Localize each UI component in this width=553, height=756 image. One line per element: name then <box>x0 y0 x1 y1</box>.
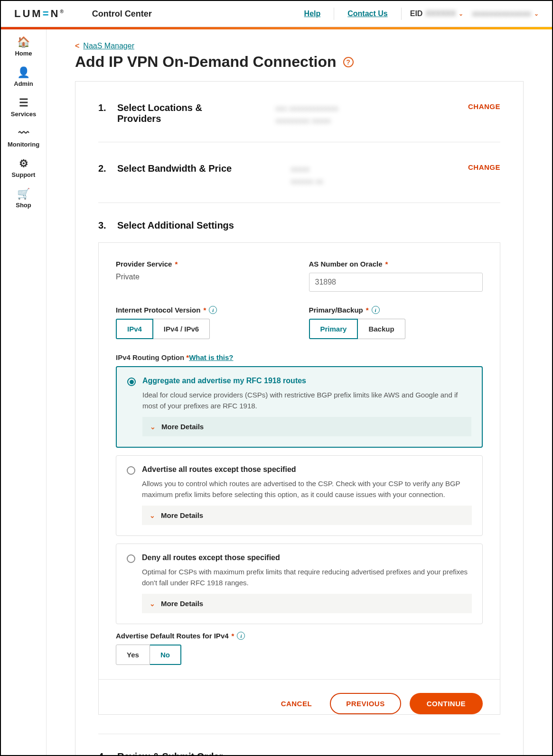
routing-title: Advertise all routes except those specif… <box>142 465 296 474</box>
top-bar: LUM=N® Control Center Help Contact Us EI… <box>1 1 552 27</box>
chevron-down-icon: ⌄ <box>150 512 155 519</box>
step2-summary: xxxxxxxxxxx xx <box>291 163 323 187</box>
nav-label: Monitoring <box>1 141 46 148</box>
user-icon: 👤 <box>1 66 46 79</box>
radio-icon[interactable] <box>127 378 136 386</box>
step1-summary: xxx xxxxxxxxxxxxxxxxxxxxxx xxxxx <box>275 102 338 127</box>
routing-title: Deny all routes except those specified <box>142 553 280 562</box>
step-3-header: 3. Select Additional Settings <box>98 203 500 231</box>
chevron-down-icon: ⌄ <box>534 10 539 17</box>
as-number-input[interactable] <box>309 273 483 292</box>
nav-label: Services <box>1 111 46 118</box>
step-number: 3. <box>98 220 117 231</box>
step-number: 4. <box>98 751 117 755</box>
step-number: 2. <box>98 163 117 174</box>
ipv-toggle: IPv4 IPv4 / IPv6 <box>116 319 290 339</box>
main-content: < NaaS Manager Add IP VPN On-Demand Conn… <box>47 29 552 755</box>
adv-no-button[interactable]: No <box>150 645 181 665</box>
wizard-panel: 1. Select Locations & Providers xxx xxxx… <box>75 81 524 755</box>
primary-backup-field: Primary/Backup * i Primary Backup <box>309 306 483 339</box>
advertise-default-field: Advertise Default Routes for IPv4 * i Ye… <box>116 632 483 665</box>
step-2-row: 2. Select Bandwidth & Price xxxxxxxxxxx … <box>98 142 500 203</box>
sidebar: 🏠Home 👤Admin ☰Services 〰Monitoring ⚙Supp… <box>1 29 47 755</box>
required-marker: * <box>203 306 206 314</box>
ipv-field: Internet Protocol Version * i IPv4 IPv4 … <box>116 306 290 339</box>
provider-service-value: Private <box>116 273 290 281</box>
continue-button[interactable]: CONTINUE <box>410 693 483 714</box>
support-icon: ⚙ <box>1 157 46 170</box>
advertise-default-toggle: Yes No <box>116 645 483 665</box>
divider <box>334 8 334 20</box>
contact-link[interactable]: Contact Us <box>343 9 392 18</box>
page-title: Add IP VPN On-Demand Connection ? <box>75 53 524 71</box>
ipv4-button[interactable]: IPv4 <box>116 319 153 339</box>
required-marker: * <box>366 306 369 314</box>
step-1-row: 1. Select Locations & Providers xxx xxxx… <box>98 82 500 142</box>
nav-support[interactable]: ⚙Support <box>1 157 46 178</box>
home-icon: 🏠 <box>1 36 46 48</box>
account-value: xxxxxxxxxxxxxx <box>472 9 531 18</box>
required-marker: * <box>232 632 234 640</box>
nav-admin[interactable]: 👤Admin <box>1 66 46 87</box>
nav-monitoring[interactable]: 〰Monitoring <box>1 127 46 148</box>
chevron-down-icon: ⌄ <box>150 600 155 608</box>
step-title: Select Locations & Providers <box>117 102 247 124</box>
ipv4-ipv6-button[interactable]: IPv4 / IPv6 <box>153 319 210 339</box>
backup-button[interactable]: Backup <box>358 319 405 339</box>
routing-option-aggregate[interactable]: Aggregate and advertise my RFC 1918 rout… <box>116 366 483 448</box>
chevron-down-icon: ⌄ <box>150 423 156 431</box>
breadcrumb-link[interactable]: NaaS Manager <box>83 42 134 50</box>
previous-button[interactable]: PREVIOUS <box>330 693 401 714</box>
routing-desc: Ideal for cloud service providers (CSPs)… <box>142 390 471 411</box>
chevron-down-icon: ⌄ <box>459 10 463 17</box>
primary-backup-toggle: Primary Backup <box>309 319 483 339</box>
cancel-button[interactable]: CANCEL <box>272 693 322 714</box>
adv-yes-button[interactable]: Yes <box>116 645 150 665</box>
routing-option-label: IPv4 Routing Option *What is this? <box>116 353 483 361</box>
change-link-step2[interactable]: CHANGE <box>468 163 500 171</box>
routing-option-deny-except[interactable]: Deny all routes except those specified O… <box>116 544 483 624</box>
what-is-this-link[interactable]: What is this? <box>189 353 233 361</box>
breadcrumb: < NaaS Manager <box>75 42 524 50</box>
more-details-toggle[interactable]: ⌄More Details <box>142 417 471 436</box>
as-number-field: AS Number on Oracle * <box>309 260 483 292</box>
list-icon: ☰ <box>1 97 46 109</box>
required-marker: * <box>385 260 388 268</box>
step-title: Select Bandwidth & Price <box>117 163 262 174</box>
radio-icon[interactable] <box>127 466 135 475</box>
change-link-step1[interactable]: CHANGE <box>468 102 500 111</box>
cart-icon: 🛒 <box>1 188 46 200</box>
nav-label: Support <box>1 171 46 178</box>
routing-option-advertise-except[interactable]: Advertise all routes except those specif… <box>116 455 483 536</box>
footer-buttons: CANCEL PREVIOUS CONTINUE <box>99 679 500 714</box>
account-dropdown[interactable]: xxxxxxxxxxxxxx ⌄ <box>472 9 539 18</box>
step-4-row: 4. Review & Submit Order <box>98 734 500 755</box>
app-title: Control Center <box>92 9 152 19</box>
radio-icon[interactable] <box>127 554 135 563</box>
eid-label: EID <box>410 9 423 18</box>
step-title: Review & Submit Order <box>117 751 223 755</box>
step-title: Select Additional Settings <box>117 220 234 231</box>
info-icon[interactable]: i <box>209 306 217 314</box>
more-details-toggle[interactable]: ⌄More Details <box>142 506 472 525</box>
more-details-toggle[interactable]: ⌄More Details <box>142 594 472 613</box>
eid-dropdown[interactable]: EID XXXXXX ⌄ <box>410 9 464 18</box>
step-number: 1. <box>98 102 117 113</box>
provider-service-field: Provider Service * Private <box>116 260 290 292</box>
nav-label: Home <box>1 50 46 57</box>
info-icon[interactable]: i <box>372 306 380 314</box>
logo: LUM=N® <box>14 8 64 20</box>
routing-desc: Optimal for CSPs with maximum prefix lim… <box>142 567 472 588</box>
help-icon[interactable]: ? <box>343 57 354 67</box>
nav-services[interactable]: ☰Services <box>1 97 46 118</box>
nav-label: Shop <box>1 202 46 209</box>
nav-shop[interactable]: 🛒Shop <box>1 188 46 209</box>
help-link[interactable]: Help <box>300 9 326 18</box>
routing-desc: Allows you to control which routes are a… <box>142 479 472 500</box>
chevron-left-icon: < <box>75 42 79 50</box>
info-icon[interactable]: i <box>237 632 245 640</box>
primary-button[interactable]: Primary <box>309 319 358 339</box>
routing-title: Aggregate and advertise my RFC 1918 rout… <box>142 377 306 385</box>
eid-value: XXXXXX <box>425 9 456 18</box>
nav-home[interactable]: 🏠Home <box>1 36 46 57</box>
